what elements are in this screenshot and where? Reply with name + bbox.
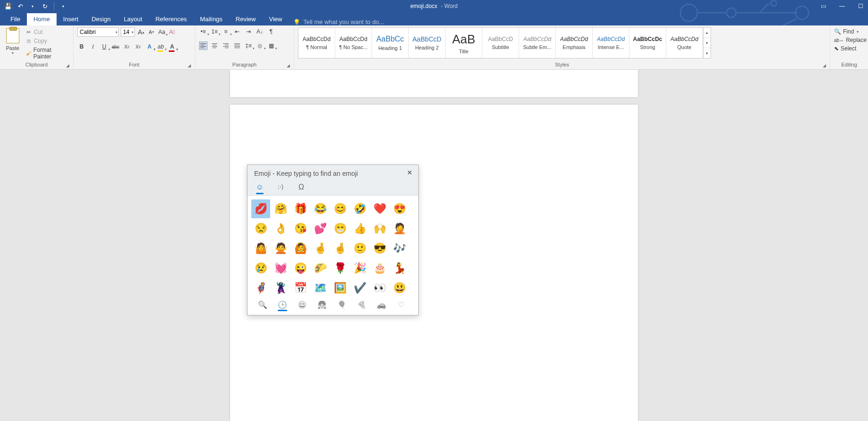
emoji-category-food[interactable]: 🍕 [356, 300, 367, 309]
emoji-cell[interactable]: 🤗 [271, 199, 290, 218]
emoji-cell[interactable]: 🤣 [350, 199, 369, 218]
emoji-cell[interactable]: 👍 [350, 219, 369, 238]
tab-references[interactable]: References [149, 13, 193, 25]
font-size-combo[interactable]: 14▾ [121, 27, 135, 37]
emoji-cell[interactable]: 🙂 [350, 239, 369, 258]
emoji-cell[interactable]: 😃 [390, 279, 409, 297]
emoji-cell[interactable]: 😊 [331, 199, 349, 218]
emoji-cell[interactable]: 🌹 [331, 259, 349, 278]
save-icon[interactable]: 💾 [3, 1, 13, 11]
emoji-cell[interactable]: 😢 [251, 259, 270, 278]
emoji-cell[interactable]: 🗺️ [311, 279, 330, 297]
emoji-cell[interactable]: 😂 [311, 199, 330, 218]
emoji-cell[interactable]: 👌 [271, 219, 290, 238]
emoji-category-transport[interactable]: 🚗 [376, 300, 387, 309]
emoji-cell[interactable]: 🤷 [251, 239, 270, 258]
multilevel-list-icon[interactable]: ≡▾ [222, 27, 230, 36]
clear-formatting-icon[interactable]: A⃠ [168, 28, 176, 36]
line-spacing-icon[interactable]: ‡≡▾ [244, 41, 253, 50]
emoji-cell[interactable]: 🎂 [370, 259, 389, 278]
change-case-icon[interactable]: Aa▾ [157, 28, 166, 36]
document-area[interactable] [0, 70, 868, 421]
styles-more-icon[interactable]: ▾ [703, 48, 711, 58]
emoji-category-celebration[interactable]: 🎈 [336, 300, 347, 309]
page-previous-bottom[interactable] [230, 70, 638, 97]
emoji-cell[interactable]: 🎉 [350, 259, 369, 278]
emoji-category-search[interactable]: 🔍 [257, 300, 268, 309]
tab-view[interactable]: View [262, 13, 289, 25]
decrease-indent-icon[interactable]: ⇤ [233, 27, 241, 36]
tab-layout[interactable]: Layout [117, 13, 149, 25]
copy-button[interactable]: ⧉Copy [25, 37, 69, 45]
emoji-cell[interactable]: 🎶 [390, 239, 409, 258]
style-heading-1[interactable]: AaBbCcHeading 1 [372, 28, 409, 58]
emoji-cell[interactable]: 😒 [251, 219, 270, 238]
emoji-cell[interactable]: 🖼️ [331, 279, 349, 297]
text-effects-icon[interactable]: A▾ [145, 42, 154, 51]
style-emphasis[interactable]: AaBbCcDdEmphasis [556, 28, 593, 58]
shading-icon[interactable]: ◍▾ [256, 41, 264, 50]
emoji-cell[interactable]: 😘 [291, 219, 310, 238]
format-painter-button[interactable]: 🖌Format Painter [25, 46, 69, 60]
emoji-tab-symbols[interactable]: Ω [296, 183, 307, 191]
borders-icon[interactable]: ▦▾ [267, 41, 275, 50]
bullets-icon[interactable]: •≡▾ [199, 27, 207, 36]
tell-me-search[interactable]: 💡 Tell me what you want to do... [293, 18, 384, 25]
tab-insert[interactable]: Insert [57, 13, 85, 25]
emoji-cell[interactable]: 💕 [311, 219, 330, 238]
emoji-category-smileys[interactable]: 😀 [297, 300, 308, 309]
font-launcher-icon[interactable]: ◢ [188, 63, 191, 68]
tab-home[interactable]: Home [27, 13, 57, 25]
align-left-icon[interactable] [199, 41, 207, 50]
styles-launcher-icon[interactable]: ◢ [823, 63, 826, 68]
emoji-cell[interactable]: 💓 [271, 259, 290, 278]
styles-scroll-icon[interactable]: ▴ [703, 28, 711, 38]
maximize-icon[interactable]: ☐ [855, 3, 866, 9]
select-button[interactable]: ⬉Select [834, 45, 867, 52]
tab-file[interactable]: File [4, 13, 27, 25]
undo-icon[interactable]: ↶ [15, 1, 25, 11]
paragraph-launcher-icon[interactable]: ◢ [287, 63, 290, 68]
style-subtitle[interactable]: AaBbCcDSubtitle [482, 28, 519, 58]
style-intense-e---[interactable]: AaBbCcDdIntense E... [593, 28, 629, 58]
style-quote[interactable]: AaBbCcDdQuote [666, 28, 703, 58]
grow-font-icon[interactable]: A▴ [137, 28, 145, 36]
styles-gallery[interactable]: AaBbCcDd¶ NormalAaBbCcDd¶ No Spac...AaBb… [298, 27, 711, 58]
styles-scroll-icon[interactable]: ▾ [703, 38, 711, 49]
justify-icon[interactable] [233, 41, 241, 50]
tab-design[interactable]: Design [85, 13, 117, 25]
emoji-tab-kaomoji[interactable]: ;-) [275, 183, 286, 191]
emoji-cell[interactable]: 🤞 [331, 239, 349, 258]
cut-button[interactable]: ✂Cut [25, 28, 69, 36]
bold-button[interactable]: B [77, 42, 86, 51]
emoji-category-heart[interactable]: ♡ [396, 300, 407, 309]
undo-dropdown-icon[interactable]: ▾ [27, 1, 38, 11]
strikethrough-button[interactable]: abc [111, 42, 120, 51]
style---normal[interactable]: AaBbCcDd¶ Normal [298, 28, 335, 58]
redo-icon[interactable]: ↻ [40, 1, 50, 11]
emoji-category-recent[interactable]: 🕒 [277, 300, 288, 309]
emoji-cell[interactable]: ❤️ [370, 199, 389, 218]
style-strong[interactable]: AaBbCcDcStrong [629, 28, 666, 58]
emoji-cell[interactable]: 🦹 [271, 279, 290, 297]
paste-button[interactable]: Paste ▾ [4, 27, 22, 55]
tab-review[interactable]: Review [229, 13, 263, 25]
highlight-color-icon[interactable]: ab▾ [157, 42, 165, 51]
qat-customize-icon[interactable]: ▾ [58, 1, 68, 11]
emoji-cell[interactable]: ✔️ [350, 279, 369, 297]
align-center-icon[interactable] [210, 41, 219, 50]
numbering-icon[interactable]: 1≡▾ [210, 27, 219, 36]
increase-indent-icon[interactable]: ⇥ [244, 27, 253, 36]
emoji-cell[interactable]: 😎 [370, 239, 389, 258]
sort-icon[interactable]: A↓ [256, 27, 264, 36]
emoji-cell[interactable]: 🙅 [271, 239, 290, 258]
shrink-font-icon[interactable]: A▾ [147, 28, 156, 36]
minimize-icon[interactable]: — [836, 3, 848, 9]
show-hide-marks-icon[interactable]: ¶ [267, 27, 275, 36]
emoji-cell[interactable]: 😁 [331, 219, 349, 238]
tab-mailings[interactable]: Mailings [193, 13, 229, 25]
emoji-cell[interactable]: 🙌 [370, 219, 389, 238]
emoji-cell[interactable]: 💋 [251, 199, 270, 218]
font-color-icon[interactable]: A▾ [168, 42, 176, 51]
clipboard-launcher-icon[interactable]: ◢ [66, 63, 69, 68]
